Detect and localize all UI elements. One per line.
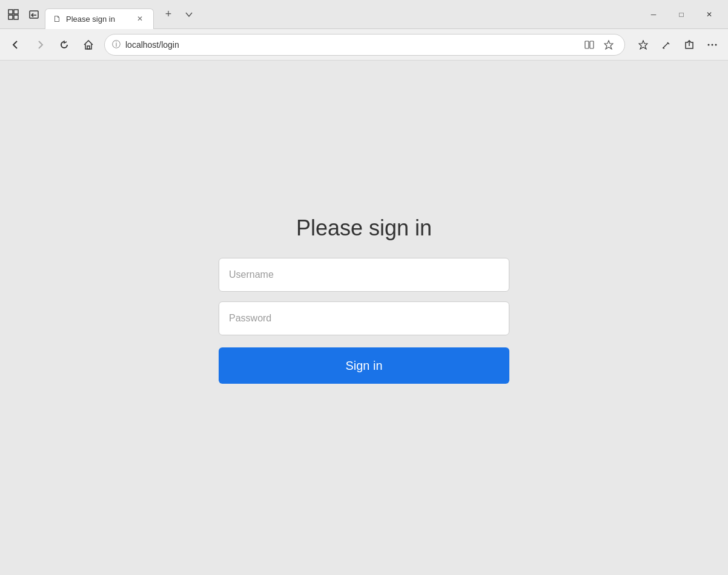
- svg-line-11: [663, 43, 668, 48]
- signin-button[interactable]: Sign in: [219, 347, 509, 384]
- new-tab-button[interactable]: +: [159, 5, 178, 24]
- minimize-button[interactable]: ─: [640, 5, 667, 24]
- refresh-button[interactable]: [53, 34, 75, 56]
- forward-button[interactable]: [29, 34, 51, 56]
- home-button[interactable]: [78, 34, 99, 56]
- favorites-icon[interactable]: [600, 36, 617, 53]
- maximize-button[interactable]: □: [667, 5, 695, 24]
- more-options-icon[interactable]: [701, 34, 723, 56]
- svg-marker-10: [639, 41, 647, 49]
- back-button[interactable]: [5, 34, 27, 56]
- title-bar: 🗋 Please sign in ✕ + ─ □ ✕: [0, 0, 728, 29]
- svg-rect-3: [14, 15, 18, 19]
- share-icon[interactable]: [678, 34, 700, 56]
- favorites-toolbar-icon[interactable]: [632, 34, 654, 56]
- svg-rect-8: [590, 41, 594, 48]
- svg-rect-4: [30, 11, 38, 18]
- svg-point-17: [715, 44, 717, 45]
- svg-rect-1: [14, 10, 18, 14]
- site-info-icon[interactable]: ⓘ: [112, 39, 121, 50]
- svg-rect-7: [585, 41, 589, 48]
- active-tab[interactable]: 🗋 Please sign in ✕: [45, 8, 154, 29]
- browser-history-icon[interactable]: [5, 6, 22, 23]
- svg-line-13: [663, 48, 664, 48]
- address-bar-icons: [581, 36, 617, 53]
- tab-close-button[interactable]: ✕: [134, 13, 146, 25]
- svg-rect-0: [8, 10, 13, 14]
- annotation-icon[interactable]: [655, 34, 677, 56]
- login-title: Please sign in: [296, 215, 432, 241]
- address-input[interactable]: [125, 40, 576, 50]
- browser-back-tab-icon[interactable]: [25, 6, 42, 23]
- svg-rect-2: [8, 15, 13, 19]
- tabs-dropdown-button[interactable]: [180, 6, 197, 23]
- svg-point-16: [712, 44, 713, 45]
- toolbar-icons: [632, 34, 723, 56]
- svg-rect-6: [87, 46, 90, 49]
- reading-view-icon[interactable]: [581, 36, 598, 53]
- window-controls: ─ □ ✕: [640, 5, 723, 24]
- page-content: Please sign in Sign in: [0, 61, 728, 575]
- close-button[interactable]: ✕: [695, 5, 723, 24]
- browser-window: 🗋 Please sign in ✕ + ─ □ ✕ ⓘ: [0, 0, 728, 575]
- username-input[interactable]: [219, 258, 509, 292]
- svg-marker-9: [604, 41, 613, 49]
- tab-page-icon: 🗋: [53, 14, 61, 24]
- password-input[interactable]: [219, 301, 509, 335]
- svg-point-15: [708, 44, 710, 45]
- address-bar[interactable]: ⓘ: [104, 34, 625, 56]
- login-container: Please sign in Sign in: [219, 215, 509, 384]
- navigation-bar: ⓘ: [0, 29, 728, 61]
- tab-title: Please sign in: [66, 15, 129, 24]
- tab-bar-left: [5, 6, 42, 23]
